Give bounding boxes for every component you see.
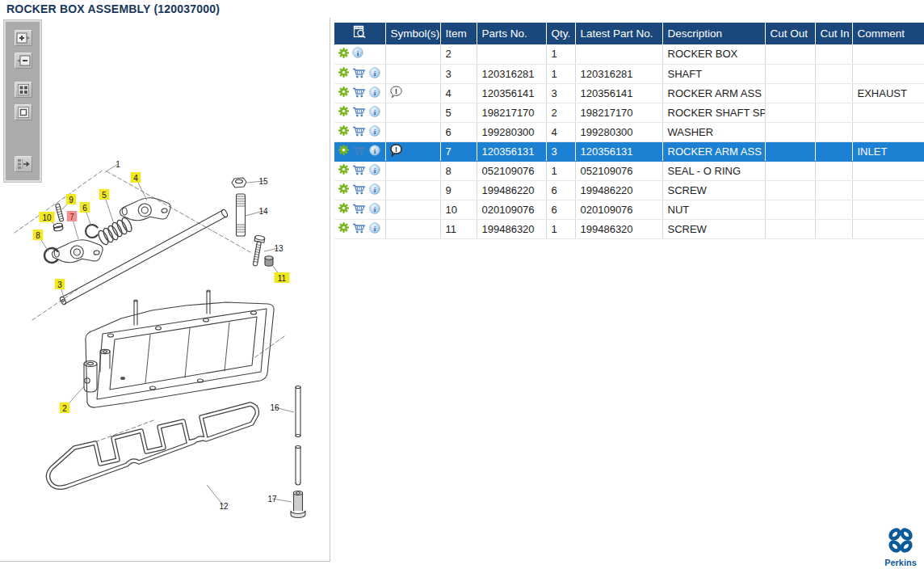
cell-parts-no[interactable]: 199280300: [477, 122, 546, 141]
gear-icon[interactable]: [338, 203, 349, 216]
cell-qty[interactable]: 1: [546, 161, 575, 180]
cell-parts-no[interactable]: 198217170: [477, 103, 546, 122]
cell-cut-in[interactable]: [815, 122, 852, 141]
table-row[interactable]: i ! 4 120356141 3 120356141 ROCKER ARM A…: [334, 83, 924, 103]
diagram-callout[interactable]: 17: [267, 495, 277, 504]
gear-icon[interactable]: [338, 67, 349, 80]
diagram-callout[interactable]: 3: [55, 279, 65, 289]
cell-cut-out[interactable]: [765, 161, 815, 180]
table-row[interactable]: i ! 2 1 ROCKER BOX: [334, 44, 924, 64]
diagram-callout[interactable]: 13: [274, 244, 284, 253]
cell-cut-out[interactable]: [765, 200, 815, 219]
info-icon[interactable]: i: [352, 47, 363, 61]
cell-latest-part-no[interactable]: [575, 44, 662, 64]
cart-icon[interactable]: [352, 203, 366, 217]
cell-cut-in[interactable]: [815, 200, 852, 219]
cell-latest-part-no[interactable]: 120356141: [575, 83, 662, 103]
cell-item[interactable]: 9: [440, 180, 477, 200]
diagram-callout[interactable]: 2: [60, 403, 70, 413]
diagram-callout[interactable]: 14: [258, 207, 268, 216]
cell-comment[interactable]: INLET: [852, 141, 924, 161]
cell-cut-out[interactable]: [765, 83, 815, 103]
cell-description[interactable]: ROCKER SHAFT SP: [662, 103, 765, 122]
cell-item[interactable]: 2: [440, 44, 477, 64]
cell-comment[interactable]: [852, 180, 924, 200]
cell-comment[interactable]: EXHAUST: [852, 83, 924, 103]
cell-comment[interactable]: [852, 103, 924, 122]
info-icon[interactable]: i: [369, 86, 380, 100]
cell-description[interactable]: SCREW: [662, 219, 765, 238]
cell-description[interactable]: ROCKER BOX: [662, 44, 765, 64]
cell-qty[interactable]: 3: [546, 141, 575, 161]
cell-latest-part-no[interactable]: 198217170: [575, 103, 662, 122]
cell-cut-out[interactable]: [765, 141, 815, 161]
diagram-callout[interactable]: 12: [219, 502, 229, 511]
note-symbol-icon[interactable]: !: [390, 89, 402, 101]
cell-latest-part-no[interactable]: 120316281: [575, 64, 662, 83]
note-symbol-icon[interactable]: !: [390, 147, 402, 159]
cell-cut-out[interactable]: [765, 180, 815, 200]
cell-description[interactable]: SEAL - O RING: [662, 161, 765, 180]
cell-item[interactable]: 4: [440, 83, 477, 103]
tile-view-button[interactable]: [15, 82, 32, 98]
cell-description[interactable]: ROCKER ARM ASS: [662, 141, 765, 161]
table-row[interactable]: i ! 10 020109076 6 020109076 NUT: [334, 200, 924, 219]
cell-item[interactable]: 7: [440, 141, 477, 161]
gear-icon[interactable]: [338, 164, 349, 177]
table-row[interactable]: i ! 8 052109076 1 052109076 SEAL - O RIN…: [334, 161, 924, 180]
cell-comment[interactable]: [852, 219, 924, 238]
cell-cut-in[interactable]: [815, 161, 852, 180]
cell-parts-no[interactable]: 052109076: [477, 161, 546, 180]
cell-comment[interactable]: [852, 122, 924, 141]
cell-description[interactable]: NUT: [662, 200, 765, 219]
gear-icon[interactable]: [338, 106, 349, 119]
diagram-callout[interactable]: 6: [80, 202, 90, 213]
cart-icon[interactable]: [352, 145, 366, 158]
info-icon[interactable]: i: [369, 222, 380, 236]
cell-description[interactable]: SCREW: [662, 180, 765, 200]
zoom-in-button[interactable]: [15, 30, 32, 46]
cell-cut-out[interactable]: [765, 44, 815, 64]
cell-description[interactable]: ROCKER ARM ASS: [662, 83, 765, 103]
info-icon[interactable]: i: [369, 125, 380, 139]
cell-cut-in[interactable]: [815, 141, 852, 161]
cell-qty[interactable]: 1: [546, 219, 575, 238]
info-icon[interactable]: i: [369, 67, 380, 81]
cart-icon[interactable]: [352, 164, 366, 178]
diagram-callout[interactable]: 7: [67, 211, 78, 221]
gear-icon[interactable]: [338, 86, 349, 99]
cell-cut-out[interactable]: [765, 219, 815, 238]
cell-item[interactable]: 8: [440, 161, 477, 180]
cell-cut-in[interactable]: [815, 219, 852, 238]
cell-item[interactable]: 11: [440, 219, 477, 238]
cell-cut-in[interactable]: [815, 180, 852, 200]
cell-item[interactable]: 5: [440, 103, 477, 122]
zoom-out-button[interactable]: [15, 53, 32, 69]
cell-latest-part-no[interactable]: 199280300: [575, 122, 662, 141]
gear-icon[interactable]: [338, 222, 349, 235]
cell-parts-no[interactable]: 120356141: [477, 83, 546, 103]
table-row[interactable]: i ! 9 199486220 6 199486220 SCREW: [334, 180, 924, 200]
cart-icon[interactable]: [352, 183, 366, 197]
go-to-list-button[interactable]: [15, 156, 32, 172]
cell-qty[interactable]: 1: [546, 64, 575, 83]
gear-icon[interactable]: [338, 125, 349, 138]
cell-cut-in[interactable]: [815, 64, 852, 83]
cell-cut-in[interactable]: [815, 103, 852, 122]
cell-cut-in[interactable]: [815, 83, 852, 103]
cell-qty[interactable]: 4: [546, 122, 575, 141]
info-icon[interactable]: i: [369, 183, 380, 197]
cell-latest-part-no[interactable]: 020109076: [575, 200, 662, 219]
cell-cut-in[interactable]: [815, 44, 852, 64]
diagram-callout[interactable]: 15: [258, 177, 268, 186]
diagram-callout[interactable]: 10: [40, 212, 55, 222]
cell-parts-no[interactable]: 120316281: [477, 64, 546, 83]
table-row[interactable]: i ! 3 120316281 1 120316281 SHAFT: [334, 64, 924, 83]
gear-icon[interactable]: [338, 183, 349, 196]
info-icon[interactable]: i: [369, 145, 380, 158]
cell-item[interactable]: 3: [440, 64, 477, 83]
cart-icon[interactable]: [352, 125, 366, 139]
cell-qty[interactable]: 1: [546, 44, 575, 64]
cell-description[interactable]: SHAFT: [662, 64, 765, 83]
cell-parts-no[interactable]: 199486320: [477, 219, 546, 238]
